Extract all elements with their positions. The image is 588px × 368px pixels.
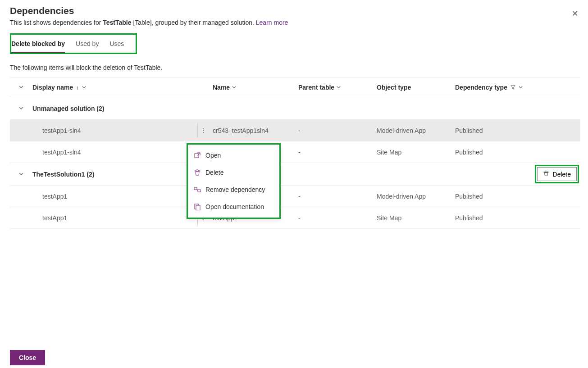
trash-icon — [543, 170, 549, 178]
group-chevron-icon[interactable] — [18, 171, 24, 177]
row-objtype: Model-driven App — [377, 127, 455, 134]
group-label: TheTestSolution1 (2) — [32, 171, 94, 178]
ctx-open-label: Open — [205, 152, 221, 159]
sort-asc-icon: ↑ — [76, 84, 79, 91]
col-header-parent-table[interactable]: Parent table — [298, 84, 377, 91]
tab-used-by[interactable]: Used by — [70, 37, 104, 51]
row-name: cr543_testApp1sln4 — [213, 127, 298, 134]
subtitle-type: [Table], grouped by their managed soluti… — [132, 19, 256, 26]
open-icon — [194, 152, 201, 159]
ctx-remove-label: Remove dependency — [205, 186, 265, 193]
ctx-delete[interactable]: Delete — [187, 164, 280, 181]
close-icon[interactable]: ✕ — [570, 7, 580, 20]
col-deptype-label: Dependency type — [455, 84, 507, 91]
col-name-chevron-icon[interactable] — [232, 85, 237, 91]
tab-uses[interactable]: Uses — [104, 37, 129, 51]
group-label: Unmanaged solution (2) — [32, 105, 104, 112]
table-row[interactable]: testApp1 - Model-driven App Published — [10, 186, 580, 207]
group-chevron-icon[interactable] — [18, 105, 24, 112]
col-header-name[interactable]: Name — [213, 84, 298, 91]
table-row[interactable]: testApp1 testApp1 - Site Map Published — [10, 207, 580, 229]
row-deptype: Published — [455, 214, 536, 222]
ctx-docs-label: Open documentation — [205, 203, 264, 210]
table-row[interactable]: testApp1-sln4 cr543_testApp1sln4 - Model… — [10, 120, 580, 141]
col-name-label: Name — [213, 84, 230, 91]
col-display-name-label: Display name — [32, 84, 73, 91]
svg-rect-4 — [196, 205, 200, 210]
group-delete-button[interactable]: Delete — [537, 167, 577, 181]
page-title: Dependencies — [10, 5, 288, 16]
subtitle-prefix: This list shows dependencies for — [10, 19, 103, 26]
row-objtype: Model-driven App — [377, 193, 455, 200]
group-label-rest: TestSolution1 (2) — [44, 171, 95, 178]
tab-description: The following items will block the delet… — [10, 64, 578, 71]
row-parent: - — [298, 149, 377, 156]
ctx-delete-label: Delete — [205, 169, 223, 176]
col-objtype-label: Object type — [377, 84, 411, 91]
ctx-remove-dependency[interactable]: Remove dependency — [187, 181, 280, 198]
documentation-icon — [194, 203, 201, 210]
row-parent: - — [298, 214, 377, 222]
table-row[interactable]: testApp1-sln4 - Site Map Published — [10, 141, 580, 163]
group-row-testsolution[interactable]: TheTestSolution1 (2) Delete — [10, 163, 580, 186]
learn-more-link[interactable]: Learn more — [256, 19, 288, 26]
row-display-name: testApp1 — [42, 214, 67, 222]
group-row-unmanaged[interactable]: Unmanaged solution (2) — [10, 97, 580, 120]
row-objtype: Site Map — [377, 214, 455, 222]
col-header-display-name[interactable]: Display name ↑ — [32, 84, 213, 91]
more-vertical-icon — [203, 128, 204, 133]
page-subtitle: This list shows dependencies for TestTab… — [10, 19, 288, 26]
col-header-object-type[interactable]: Object type — [377, 84, 455, 91]
col-parent-chevron-icon[interactable] — [336, 85, 341, 91]
group-label-prefix: The — [32, 171, 44, 178]
row-display-name: testApp1-sln4 — [42, 127, 81, 134]
row-deptype: Published — [455, 149, 536, 156]
group-delete-label: Delete — [553, 171, 571, 178]
svg-rect-1 — [194, 187, 197, 190]
row-context-menu: Open Delete Remove dependency Open docum… — [187, 144, 280, 218]
expand-all-chevron-icon[interactable] — [18, 84, 24, 91]
row-parent: - — [298, 193, 377, 200]
unlink-icon — [194, 186, 201, 193]
row-display-name: testApp1 — [42, 193, 67, 200]
ctx-open[interactable]: Open — [187, 147, 280, 164]
tab-delete-blocked-by[interactable]: Delete blocked by — [11, 37, 70, 51]
col-deptype-chevron-icon[interactable] — [518, 85, 523, 91]
row-deptype: Published — [455, 127, 536, 134]
col-parent-label: Parent table — [298, 84, 334, 91]
filter-icon[interactable] — [511, 85, 517, 91]
table-header-row: Display name ↑ Name Parent table Object … — [10, 77, 580, 97]
dependencies-table: Display name ↑ Name Parent table Object … — [10, 77, 580, 229]
close-button[interactable]: Close — [10, 350, 45, 365]
row-objtype: Site Map — [377, 149, 455, 156]
subtitle-entity: TestTable — [103, 19, 131, 26]
col-display-chevron-icon[interactable] — [82, 85, 87, 91]
ctx-open-documentation[interactable]: Open documentation — [187, 198, 280, 215]
row-parent: - — [298, 127, 377, 134]
row-display-name: testApp1-sln4 — [42, 149, 81, 156]
col-header-dependency-type[interactable]: Dependency type — [455, 84, 536, 91]
row-deptype: Published — [455, 193, 536, 200]
tabs-highlight-box: Delete blocked by Used by Uses — [10, 33, 137, 54]
svg-rect-0 — [195, 154, 199, 158]
svg-rect-2 — [198, 190, 201, 192]
row-more-button[interactable] — [197, 123, 208, 138]
trash-icon — [194, 169, 201, 176]
